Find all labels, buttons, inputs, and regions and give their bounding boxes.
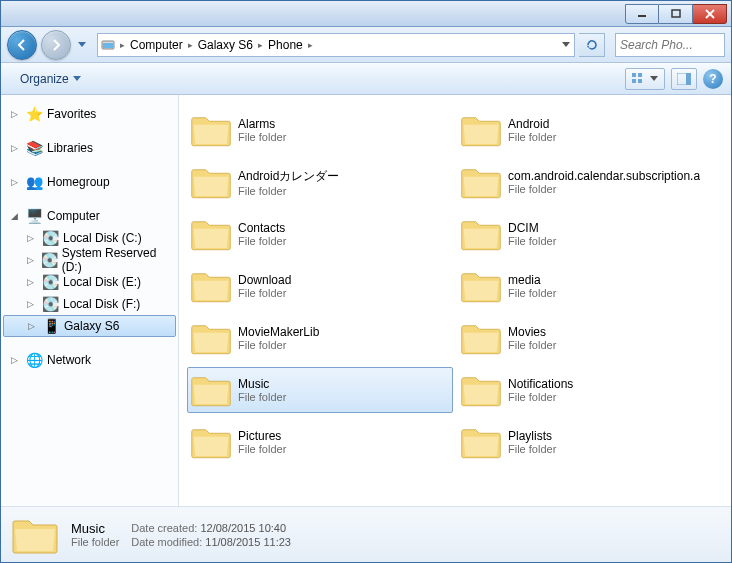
sidebar-libraries-label: Libraries <box>47 141 93 155</box>
sidebar-favorites-label: Favorites <box>47 107 96 121</box>
content-area[interactable]: AlarmsFile folderAndroidFile folderAndro… <box>179 95 731 506</box>
expander-icon[interactable]: ▷ <box>28 321 38 331</box>
folder-item[interactable]: MusicFile folder <box>187 367 453 413</box>
sidebar-local-disk-f[interactable]: ▷ 💽 Local Disk (F:) <box>1 293 178 315</box>
folder-item[interactable]: NotificationsFile folder <box>457 367 723 413</box>
close-button[interactable] <box>693 4 727 24</box>
folder-type: File folder <box>508 235 556 247</box>
address-dropdown[interactable] <box>556 34 574 56</box>
folder-type: File folder <box>238 443 286 455</box>
folder-type: File folder <box>238 339 319 351</box>
folder-item[interactable]: com.android.calendar.subscription.aFile … <box>457 159 723 205</box>
folder-icon <box>190 320 232 356</box>
folder-item[interactable]: DCIMFile folder <box>457 211 723 257</box>
view-icon <box>632 73 648 85</box>
folder-name: MovieMakerLib <box>238 325 319 339</box>
expander-icon[interactable]: ▷ <box>11 109 21 119</box>
folder-type: File folder <box>508 131 556 143</box>
folder-type: File folder <box>508 391 573 403</box>
view-options-button[interactable] <box>625 68 665 90</box>
sidebar-computer-label: Computer <box>47 209 100 223</box>
folder-type: File folder <box>508 339 556 351</box>
svg-rect-7 <box>638 79 642 83</box>
sidebar-galaxy-s6[interactable]: ▷ 📱 Galaxy S6 <box>3 315 176 337</box>
preview-pane-button[interactable] <box>671 68 697 90</box>
arrow-right-icon <box>49 38 63 52</box>
svg-rect-3 <box>103 43 113 48</box>
folder-item[interactable]: AndroidカレンダーFile folder <box>187 159 453 205</box>
nav-history-dropdown[interactable] <box>75 30 89 60</box>
chevron-down-icon <box>73 76 81 82</box>
toolbar: Organize ? <box>1 63 731 95</box>
expander-collapse-icon[interactable]: ◢ <box>11 211 21 221</box>
expander-icon[interactable]: ▷ <box>11 143 21 153</box>
help-button[interactable]: ? <box>703 69 723 89</box>
sidebar-libraries[interactable]: ▷ 📚 Libraries <box>1 137 178 159</box>
folder-item[interactable]: DownloadFile folder <box>187 263 453 309</box>
folder-item[interactable]: ContactsFile folder <box>187 211 453 257</box>
sidebar: ▷ ⭐ Favorites ▷ 📚 Libraries ▷ 👥 Homegrou… <box>1 95 179 506</box>
sidebar-local-disk-e[interactable]: ▷ 💽 Local Disk (E:) <box>1 271 178 293</box>
folder-item[interactable]: MoviesFile folder <box>457 315 723 361</box>
expander-icon[interactable]: ▷ <box>27 255 37 265</box>
network-icon: 🌐 <box>25 351 43 369</box>
address-bar[interactable]: ▸ Computer ▸ Galaxy S6 ▸ Phone ▸ <box>97 33 575 57</box>
svg-rect-1 <box>672 10 680 17</box>
refresh-button[interactable] <box>579 33 605 57</box>
svg-rect-6 <box>632 79 636 83</box>
minimize-button[interactable] <box>625 4 659 24</box>
sidebar-computer[interactable]: ◢ 🖥️ Computer <box>1 205 178 227</box>
sidebar-favorites[interactable]: ▷ ⭐ Favorites <box>1 103 178 125</box>
folder-name: Android <box>508 117 556 131</box>
folder-item[interactable]: PicturesFile folder <box>187 419 453 465</box>
folder-type: File folder <box>238 185 339 197</box>
drive-icon: 💽 <box>41 229 59 247</box>
sidebar-homegroup-label: Homegroup <box>47 175 110 189</box>
folder-item[interactable]: mediaFile folder <box>457 263 723 309</box>
breadcrumb-computer[interactable]: Computer <box>127 34 186 56</box>
chevron-down-icon <box>650 76 658 82</box>
maximize-button[interactable] <box>659 4 693 24</box>
svg-rect-0 <box>638 15 646 17</box>
sidebar-network-label: Network <box>47 353 91 367</box>
search-input[interactable] <box>616 38 724 52</box>
organize-button[interactable]: Organize <box>9 68 92 90</box>
breadcrumb-device[interactable]: Galaxy S6 <box>195 34 256 56</box>
expander-icon[interactable]: ▷ <box>11 355 21 365</box>
search-box[interactable] <box>615 33 725 57</box>
refresh-icon <box>585 38 599 52</box>
folder-icon <box>460 372 502 408</box>
chevron-right-icon[interactable]: ▸ <box>186 40 195 50</box>
body: ▷ ⭐ Favorites ▷ 📚 Libraries ▷ 👥 Homegrou… <box>1 95 731 506</box>
expander-icon[interactable]: ▷ <box>27 299 37 309</box>
folder-name: Movies <box>508 325 556 339</box>
sidebar-system-reserved[interactable]: ▷ 💽 System Reserved (D:) <box>1 249 178 271</box>
computer-icon: 🖥️ <box>25 207 43 225</box>
folder-type: File folder <box>508 443 556 455</box>
expander-icon[interactable]: ▷ <box>27 233 37 243</box>
folder-name: Alarms <box>238 117 286 131</box>
details-created-value: 12/08/2015 10:40 <box>200 522 286 534</box>
chevron-right-icon[interactable]: ▸ <box>256 40 265 50</box>
folder-name: Notifications <box>508 377 573 391</box>
folder-icon <box>190 164 232 200</box>
folder-item[interactable]: AlarmsFile folder <box>187 107 453 153</box>
back-button[interactable] <box>7 30 37 60</box>
sidebar-homegroup[interactable]: ▷ 👥 Homegroup <box>1 171 178 193</box>
folder-item[interactable]: AndroidFile folder <box>457 107 723 153</box>
forward-button[interactable] <box>41 30 71 60</box>
folder-item[interactable]: MovieMakerLibFile folder <box>187 315 453 361</box>
breadcrumb-phone[interactable]: Phone <box>265 34 306 56</box>
drive-icon: 💽 <box>41 251 58 269</box>
details-modified-value: 11/08/2015 11:23 <box>205 536 291 548</box>
sidebar-network[interactable]: ▷ 🌐 Network <box>1 349 178 371</box>
expander-icon[interactable]: ▷ <box>11 177 21 187</box>
folder-name: Pictures <box>238 429 286 443</box>
chevron-right-icon[interactable]: ▸ <box>118 40 127 50</box>
expander-icon[interactable]: ▷ <box>27 277 37 287</box>
svg-rect-5 <box>638 73 642 77</box>
folder-icon <box>190 424 232 460</box>
folder-item[interactable]: PlaylistsFile folder <box>457 419 723 465</box>
chevron-right-icon[interactable]: ▸ <box>306 40 315 50</box>
folder-icon <box>460 424 502 460</box>
